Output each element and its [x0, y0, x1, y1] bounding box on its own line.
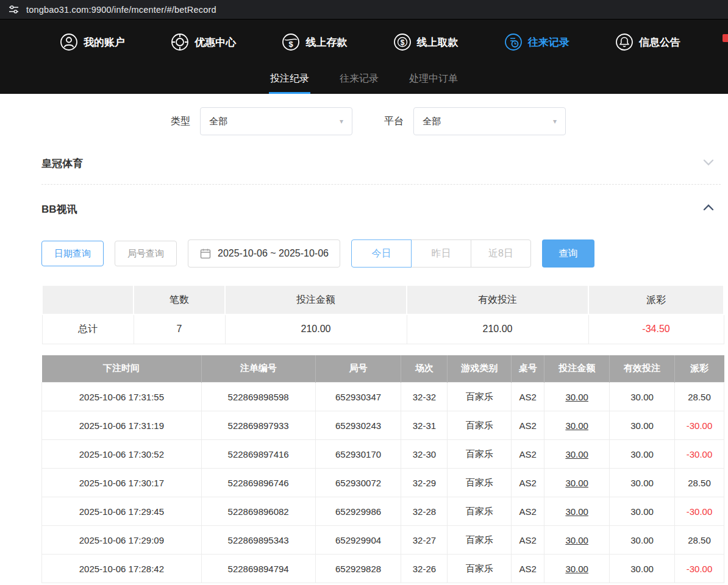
- round-query-button[interactable]: 局号查询: [115, 241, 177, 266]
- quick-date-group: 今日 昨日 近8日: [351, 239, 531, 268]
- nav-label: 往来记录: [528, 35, 569, 49]
- order-number-cell: 522869894794: [201, 555, 315, 583]
- payout-cell: 28.50: [675, 469, 724, 497]
- summary-header-blank: [42, 285, 134, 314]
- bet-amount-link[interactable]: 30.00: [544, 383, 610, 411]
- platform-select[interactable]: 全部 ▾: [413, 107, 566, 135]
- date-range-input[interactable]: 2025-10-06 ~ 2025-10-06: [188, 239, 340, 268]
- summary-header-row: 笔数 投注金额 有效投注 派彩: [42, 285, 724, 314]
- notification-badge: [723, 34, 728, 42]
- site-settings-icon[interactable]: [9, 4, 19, 15]
- table-row: 2025-10-06 17:31:19522869897933652930243…: [42, 411, 724, 440]
- bet-time-cell: 2025-10-06 17:28:42: [42, 555, 202, 583]
- svg-text:$: $: [289, 40, 294, 49]
- valid-bet-cell: 30.00: [610, 555, 675, 583]
- table-row: 2025-10-06 17:31:55522869898598652930347…: [42, 383, 724, 411]
- section-title-crown: 皇冠体育: [41, 157, 83, 171]
- game-type-cell: 百家乐: [448, 469, 512, 497]
- bet-amount-link[interactable]: 30.00: [544, 440, 610, 469]
- header-valid-bet: 有效投注: [610, 355, 675, 383]
- header-game-type: 游戏类别: [448, 355, 512, 383]
- bet-time-cell: 2025-10-06 17:31:19: [42, 411, 202, 440]
- section-bb-video[interactable]: BB视讯: [41, 185, 724, 230]
- record-tabs: 投注纪录 往来记录 处理中订单: [0, 65, 728, 94]
- top-navigation: 我的账户 优惠中心 $ 线上存款 $ 线上取款: [0, 20, 728, 65]
- date-query-button[interactable]: 日期查询: [41, 241, 104, 266]
- valid-bet-cell: 30.00: [610, 469, 675, 497]
- header-payout: 派彩: [675, 355, 724, 383]
- round-number-cell: 652929904: [315, 526, 401, 555]
- type-filter-label: 类型: [171, 115, 190, 128]
- type-select[interactable]: 全部 ▾: [200, 107, 352, 135]
- header-bet-time: 下注时间: [42, 355, 202, 383]
- user-icon: [60, 33, 78, 51]
- payout-cell: -30.00: [675, 440, 724, 469]
- summary-payout: -34.50: [588, 314, 724, 344]
- platform-filter-label: 平台: [384, 115, 404, 128]
- round-number-cell: 652930170: [315, 440, 401, 469]
- bet-amount-link[interactable]: 30.00: [544, 497, 610, 526]
- last-8-days-button[interactable]: 近8日: [471, 239, 531, 268]
- tab-processing-orders[interactable]: 处理中订单: [408, 65, 459, 94]
- session-cell: 32-29: [401, 469, 448, 497]
- table-number-cell: AS2: [512, 526, 544, 555]
- yesterday-button[interactable]: 昨日: [411, 239, 471, 268]
- browser-address-bar: tongbao31.com:9900/infe/mcenter/#/betRec…: [0, 0, 728, 20]
- valid-bet-cell: 30.00: [610, 497, 675, 526]
- bet-amount-link[interactable]: 30.00: [544, 411, 610, 440]
- section-crown-sports[interactable]: 皇冠体育: [41, 139, 724, 184]
- url-text[interactable]: tongbao31.com:9900/infe/mcenter/#/betRec…: [26, 5, 216, 15]
- records-icon: [504, 33, 523, 51]
- payout-cell: 28.50: [675, 383, 724, 411]
- round-number-cell: 652929986: [315, 497, 401, 526]
- nav-label: 信息公告: [639, 35, 680, 49]
- search-button[interactable]: 查询: [542, 239, 594, 268]
- table-row: 2025-10-06 17:30:52522869897416652930170…: [42, 440, 724, 469]
- today-button[interactable]: 今日: [351, 239, 412, 268]
- valid-bet-cell: 30.00: [610, 383, 675, 411]
- nav-item-transaction-records[interactable]: 往来记录: [504, 33, 569, 51]
- bet-amount-link[interactable]: 30.00: [544, 526, 610, 555]
- order-number-cell: 522869896746: [201, 469, 315, 497]
- tab-bet-records[interactable]: 投注纪录: [269, 65, 310, 94]
- summary-header-payout: 派彩: [588, 285, 724, 314]
- bet-amount-link[interactable]: 30.00: [544, 555, 610, 583]
- nav-item-deposit[interactable]: $ 线上存款: [282, 33, 347, 51]
- payout-cell: -30.00: [675, 497, 724, 526]
- bet-amount-link[interactable]: 30.00: [544, 469, 610, 497]
- nav-item-announcements[interactable]: 信息公告: [615, 33, 680, 51]
- table-number-cell: AS2: [512, 555, 544, 583]
- withdraw-icon: $: [393, 33, 412, 51]
- section-title-bb: BB视讯: [41, 202, 77, 216]
- summary-count: 7: [134, 314, 225, 344]
- chevron-up-icon[interactable]: [701, 200, 716, 218]
- chevron-down-icon[interactable]: [701, 155, 716, 172]
- nav-item-promotions[interactable]: 优惠中心: [171, 33, 236, 51]
- main-content: 类型 全部 ▾ 平台 全部 ▾ 皇冠体育 BB视讯 日期查询 局: [0, 94, 728, 585]
- summary-header-count: 笔数: [134, 285, 225, 314]
- session-cell: 32-27: [401, 526, 448, 555]
- game-type-cell: 百家乐: [448, 497, 512, 526]
- svg-text:$: $: [400, 38, 404, 47]
- table-row: 2025-10-06 17:29:09522869895343652929904…: [42, 526, 724, 555]
- summary-total-label: 总计: [42, 314, 134, 344]
- header-bet-amount: 投注金额: [544, 355, 610, 383]
- payout-cell: 28.50: [675, 526, 724, 555]
- round-number-cell: 652930072: [315, 469, 401, 497]
- session-cell: 32-26: [401, 555, 448, 583]
- header-round-number: 局号: [315, 355, 401, 383]
- bell-icon: [615, 33, 633, 51]
- valid-bet-cell: 30.00: [610, 440, 675, 469]
- nav-item-my-account[interactable]: 我的账户: [60, 33, 125, 51]
- promo-icon: [171, 33, 189, 51]
- summary-total-row: 总计 7 210.00 210.00 -34.50: [42, 314, 724, 344]
- nav-item-withdraw[interactable]: $ 线上取款: [393, 33, 459, 51]
- bet-time-cell: 2025-10-06 17:29:45: [42, 497, 202, 526]
- header-order-number: 注单编号: [201, 355, 315, 383]
- game-type-cell: 百家乐: [448, 526, 512, 555]
- calendar-icon: [199, 247, 212, 260]
- filter-row: 类型 全部 ▾ 平台 全部 ▾: [41, 94, 724, 139]
- bet-time-cell: 2025-10-06 17:30:17: [42, 469, 202, 497]
- tab-transaction-records[interactable]: 往来记录: [338, 65, 380, 94]
- type-select-value: 全部: [209, 116, 227, 127]
